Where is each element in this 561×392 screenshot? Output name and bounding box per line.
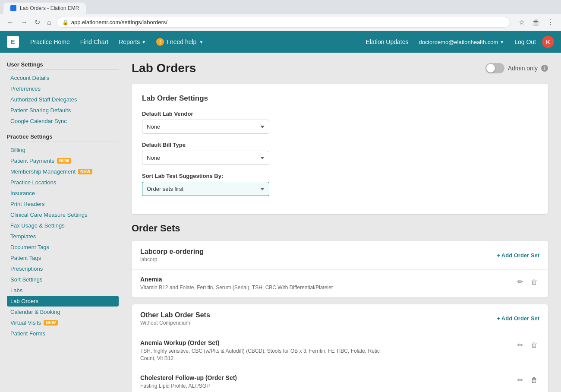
sidebar-item-fax-usage[interactable]: Fax Usage & Settings: [7, 220, 119, 231]
cholesterol-name: Cholesterol Follow-up (Order Set): [140, 374, 237, 381]
menu-button[interactable]: ⋮: [545, 16, 556, 28]
sidebar-item-insurance[interactable]: Insurance: [7, 188, 119, 199]
admin-only-control: Admin only i: [485, 63, 548, 73]
sidebar-item-patient-sharing[interactable]: Patient Sharing Defaults: [7, 105, 119, 116]
reports-dropdown-arrow: ▼: [142, 40, 146, 44]
nav-elation-updates[interactable]: Elation Updates: [362, 36, 413, 48]
help-icon: !: [156, 38, 164, 46]
nav-links: Practice Home Find Chart Reports ▼ ! I n…: [26, 35, 208, 48]
nav-practice-home[interactable]: Practice Home: [26, 36, 74, 48]
sidebar-item-sort-settings[interactable]: Sort Settings: [7, 274, 119, 285]
other-group-name: Other Lab Order Sets: [140, 311, 210, 319]
nav-logout[interactable]: Log Out: [510, 36, 540, 48]
sidebar-item-templates[interactable]: Templates: [7, 231, 119, 242]
page-header: Lab Orders Admin only i: [132, 61, 548, 75]
browser-address-bar: ← → ↻ ⌂ 🔒 app.elationemr.com/settings/la…: [0, 14, 561, 31]
nav-right: Elation Updates doctordemo@elationhealth…: [362, 36, 554, 48]
reload-button[interactable]: ↻: [33, 16, 42, 28]
order-set-group-other: Other Lab Order Sets Without Compendium …: [132, 304, 548, 392]
nav-find-chart[interactable]: Find Chart: [76, 36, 113, 48]
sidebar-item-virtual-visits[interactable]: Virtual Visits NEW: [7, 317, 119, 328]
admin-only-info-icon[interactable]: i: [541, 65, 548, 72]
lab-order-settings-title: Lab Order Settings: [142, 94, 538, 103]
bookmark-button[interactable]: ☆: [517, 16, 526, 28]
sidebar-item-billing[interactable]: Billing: [7, 145, 119, 155]
order-set-header-info: Labcorp e-ordering labcorp: [140, 248, 204, 262]
tab-title: Lab Orders - Elation EMR: [20, 5, 79, 11]
default-lab-vendor-group: Default Lab Vendor None: [142, 111, 538, 134]
order-set-header-labcorp: Labcorp e-ordering labcorp + Add Order S…: [132, 241, 548, 270]
url-text: app.elationemr.com/settings/laborders/: [71, 19, 167, 25]
user-settings-section: User Settings Account Details Preference…: [7, 60, 119, 126]
help-dropdown-arrow: ▼: [199, 40, 203, 44]
default-lab-vendor-select[interactable]: None: [142, 120, 269, 134]
nav-user-email[interactable]: doctordemo@elationhealth.com ▼: [415, 36, 509, 48]
practice-settings-section: Practice Settings Billing Patient Paymen…: [7, 132, 119, 339]
help-button[interactable]: ! I need help ▼: [152, 35, 208, 48]
address-bar[interactable]: 🔒 app.elationemr.com/settings/laborders/: [57, 17, 510, 28]
nav-reports[interactable]: Reports ▼: [114, 36, 150, 48]
app-navbar: E Practice Home Find Chart Reports ▼ ! I…: [0, 31, 561, 53]
sidebar-item-calendar-booking[interactable]: Calendar & Booking: [7, 307, 119, 317]
order-set-header-other: Other Lab Order Sets Without Compendium …: [132, 304, 548, 333]
anemia-workup-edit-button[interactable]: ✏: [516, 339, 525, 351]
sidebar-item-print-headers[interactable]: Print Headers: [7, 199, 119, 209]
forward-button[interactable]: →: [19, 17, 29, 28]
practice-settings-title: Practice Settings: [7, 132, 119, 142]
anemia-delete-button[interactable]: 🗑: [529, 276, 539, 288]
browser-tab[interactable]: Lab Orders - Elation EMR: [3, 3, 86, 14]
order-set-group-labcorp: Labcorp e-ordering labcorp + Add Order S…: [132, 241, 548, 297]
anemia-edit-button[interactable]: ✏: [516, 276, 525, 288]
add-order-set-btn-other[interactable]: + Add Order Set: [497, 315, 539, 322]
app-logo[interactable]: E: [7, 36, 19, 48]
new-badge-membership: NEW: [78, 169, 92, 174]
other-item-anemia-workup: Anemia Workup (Order Set) TSH, highly se…: [132, 333, 548, 369]
sort-lab-test-select[interactable]: Order sets first: [142, 182, 269, 196]
other-item-cholesterol: Cholesterol Follow-up (Order Set) Fastin…: [132, 368, 548, 392]
default-lab-vendor-label: Default Lab Vendor: [142, 111, 538, 117]
extensions-button[interactable]: ☕: [530, 16, 542, 28]
other-order-set-header-info: Other Lab Order Sets Without Compendium: [140, 311, 210, 326]
order-set-item-info: Anemia Vitamin B12 and Folate, Ferritin,…: [140, 276, 333, 291]
page-title: Lab Orders: [132, 61, 196, 75]
toggle-knob: [486, 64, 495, 73]
labcorp-item-anemia: Anemia Vitamin B12 and Folate, Ferritin,…: [132, 270, 548, 297]
content-area: Lab Orders Admin only i Lab Order Settin…: [119, 53, 561, 392]
sidebar-item-doc-tags[interactable]: Document Tags: [7, 242, 119, 253]
browser-actions: ☆ ☕ ⋮: [517, 16, 556, 28]
back-button[interactable]: ←: [5, 17, 16, 28]
anemia-workup-delete-button[interactable]: 🗑: [529, 339, 539, 351]
labcorp-group-subtitle: labcorp: [140, 256, 204, 262]
sidebar-item-account-details[interactable]: Account Details: [7, 73, 119, 83]
sidebar-item-auth-staff[interactable]: Authorized Staff Delegates: [7, 94, 119, 105]
sidebar-item-prescriptions[interactable]: Prescriptions: [7, 263, 119, 274]
sidebar-item-patient-tags[interactable]: Patient Tags: [7, 253, 119, 263]
sidebar-item-preferences[interactable]: Preferences: [7, 83, 119, 94]
sidebar-item-lab-orders[interactable]: Lab Orders: [7, 296, 119, 307]
cholesterol-edit-button[interactable]: ✏: [516, 374, 525, 386]
sidebar-item-practice-locations[interactable]: Practice Locations: [7, 177, 119, 188]
cholesterol-desc: Fasting Lipid Profile, ALT/SGP: [140, 383, 237, 390]
add-order-set-btn-labcorp[interactable]: + Add Order Set: [497, 252, 539, 259]
sidebar-item-clinical-care[interactable]: Clinical Care Measure Settings: [7, 209, 119, 220]
home-button[interactable]: ⌂: [45, 17, 53, 28]
labcorp-group-name: Labcorp e-ordering: [140, 248, 204, 256]
sidebar-item-patient-forms[interactable]: Patient Forms: [7, 328, 119, 339]
default-bill-type-group: Default Bill Type None: [142, 142, 538, 165]
sidebar-item-google-cal[interactable]: Google Calendar Sync: [7, 116, 119, 126]
sidebar-item-labs[interactable]: Labs: [7, 285, 119, 296]
anemia-workup-actions: ✏ 🗑: [516, 339, 539, 351]
order-sets-title: Order Sets: [132, 223, 548, 234]
admin-only-toggle[interactable]: [485, 63, 504, 73]
favicon-icon: [10, 5, 16, 11]
cholesterol-delete-button[interactable]: 🗑: [529, 375, 539, 386]
admin-only-label: Admin only: [508, 65, 538, 72]
anemia-actions: ✏ 🗑: [516, 276, 539, 288]
sort-lab-test-group: Sort Lab Test Suggestions By: Order sets…: [142, 173, 538, 196]
sidebar-item-patient-payments[interactable]: Patient Payments NEW: [7, 155, 119, 166]
browser-chrome: Lab Orders - Elation EMR ← → ↻ ⌂ 🔒 app.e…: [0, 0, 561, 31]
anemia-workup-name: Anemia Workup (Order Set): [140, 339, 391, 346]
new-badge-patient-payments: NEW: [57, 158, 71, 164]
default-bill-type-select[interactable]: None: [142, 151, 269, 165]
sidebar-item-membership[interactable]: Membership Management NEW: [7, 166, 119, 177]
